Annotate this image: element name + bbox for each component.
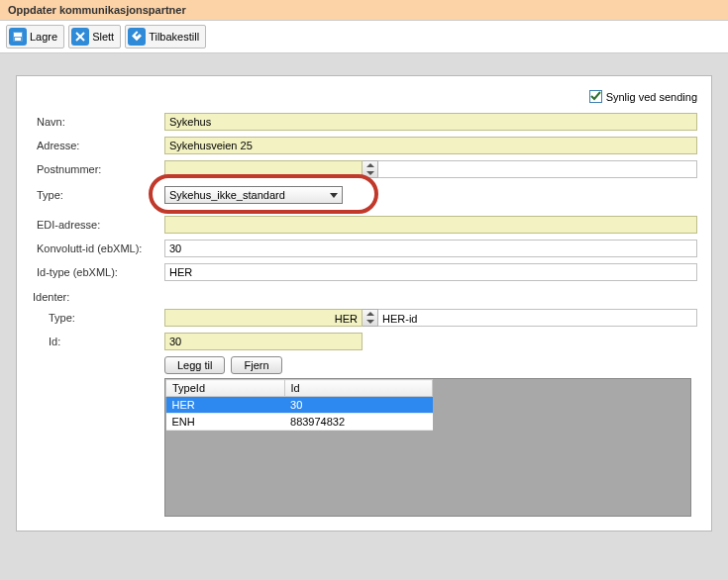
save-icon [9, 28, 27, 46]
label-idtype: Id-type (ebXML): [31, 266, 164, 278]
label-type: Type: [31, 189, 164, 201]
svg-rect-1 [14, 33, 22, 37]
remove-button[interactable]: Fjern [231, 356, 281, 374]
visible-on-send-checkbox[interactable]: Synlig ved sending [589, 90, 697, 103]
identer-heading: Identer: [33, 291, 697, 303]
checkbox-icon [589, 90, 602, 103]
add-button[interactable]: Legg til [164, 356, 225, 374]
delete-button[interactable]: Slett [68, 25, 121, 48]
idtype-input[interactable] [164, 263, 697, 281]
label-edi: EDI-adresse: [31, 219, 164, 231]
type-dropdown-value: Sykehus_ikke_standard [169, 189, 285, 201]
label-konvolutt: Konvolutt-id (ebXML): [31, 242, 164, 254]
col-typeid[interactable]: TypeId [166, 380, 285, 397]
identer-table-container: TypeId Id HER30ENH883974832 [164, 378, 691, 517]
type-dropdown[interactable]: Sykehus_ikke_standard [164, 186, 343, 204]
edi-input[interactable] [164, 216, 697, 234]
ident-type-desc: HER-id [378, 309, 697, 327]
reset-label: Tilbakestill [149, 31, 199, 43]
label-navn: Navn: [31, 116, 164, 128]
reset-button[interactable]: Tilbakestill [125, 25, 206, 48]
page-title: Oppdater kommunikasjonspartner [0, 0, 728, 21]
label-adresse: Adresse: [31, 140, 164, 151]
table-row[interactable]: HER30 [166, 397, 433, 414]
toolbar: Lagre Slett Tilbakestill [0, 21, 728, 53]
delete-label: Slett [92, 31, 114, 43]
save-label: Lagre [30, 31, 57, 43]
save-button[interactable]: Lagre [6, 25, 64, 48]
ident-type-spinner[interactable] [363, 309, 378, 327]
col-id[interactable]: Id [284, 380, 432, 397]
svg-rect-2 [15, 38, 21, 41]
table-row[interactable]: ENH883974832 [166, 414, 433, 431]
poststed-input[interactable] [378, 160, 697, 178]
label-ident-type: Type: [43, 312, 164, 324]
visible-on-send-label: Synlig ved sending [606, 91, 697, 103]
ident-id-input[interactable] [164, 333, 363, 350]
postnummer-input[interactable] [164, 160, 363, 178]
chevron-down-icon [330, 193, 338, 198]
reset-icon [128, 28, 146, 46]
label-postnummer: Postnummer: [31, 163, 164, 175]
adresse-input[interactable] [164, 137, 697, 154]
identer-table[interactable]: TypeId Id HER30ENH883974832 [165, 379, 433, 431]
main-panel: Synlig ved sending Navn: Adresse: Postnu… [16, 75, 712, 532]
label-ident-id: Id: [43, 336, 164, 347]
ident-type-code[interactable]: HER [164, 309, 363, 327]
navn-input[interactable] [164, 113, 697, 131]
delete-icon [71, 28, 89, 46]
postnummer-spinner[interactable] [363, 160, 378, 178]
konvolutt-input[interactable] [164, 240, 697, 257]
